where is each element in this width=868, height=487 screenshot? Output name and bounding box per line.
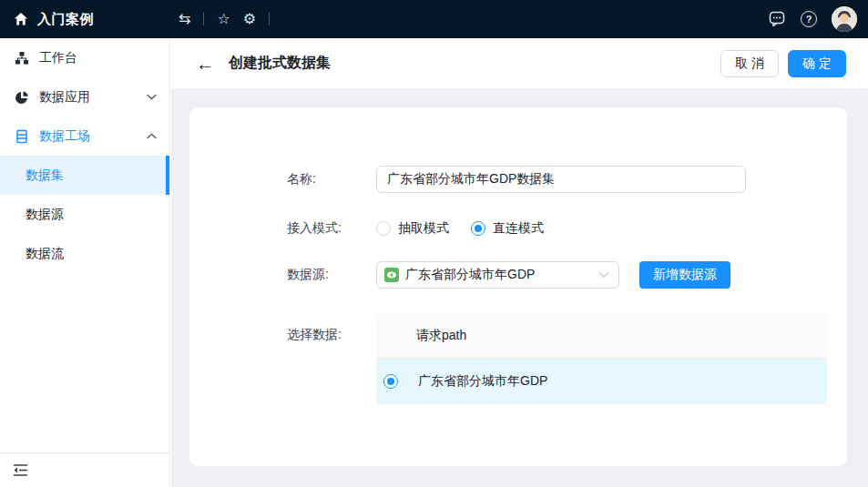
help-icon[interactable]: ? (801, 11, 817, 27)
topbar: 入门案例 ⇆ ☆ ⚙ ? (0, 0, 868, 38)
back-arrow-icon[interactable]: ← (196, 55, 214, 73)
radio-direct-mode[interactable]: 直连模式 (471, 220, 544, 237)
list-icon (15, 129, 29, 144)
topbar-divider (269, 13, 270, 25)
confirm-button[interactable]: 确 定 (788, 50, 846, 77)
star-icon[interactable]: ☆ (217, 12, 230, 26)
sidebar-item-label: 数据应用 (39, 89, 90, 106)
chevron-down-icon (598, 271, 609, 279)
radio-extract-mode[interactable]: 抽取模式 (376, 220, 449, 237)
page-header: ← 创建批式数据集 取 消 确 定 (171, 38, 868, 88)
radio-label: 直连模式 (493, 220, 544, 237)
radio-icon (376, 221, 391, 236)
form-row-dataset: 选择数据: 请求path 广东省部分城市年GDP (287, 314, 827, 404)
mode-label: 接入模式: (287, 220, 376, 237)
add-datasource-button[interactable]: 新增数据源 (639, 261, 730, 289)
source-select-value: 广东省部分城市年GDP (405, 267, 535, 283)
sidebar: 工作台 数据应用 数据工场 数据集 数据源 数据流 (0, 38, 170, 487)
avatar[interactable] (832, 6, 857, 32)
sidebar-item-datasource[interactable]: 数据源 (0, 195, 169, 234)
table-header-cell: 请求path (416, 328, 466, 344)
app-title: 入门案例 (37, 11, 94, 28)
home-icon[interactable] (14, 12, 28, 26)
sidebar-item-dataflow[interactable]: 数据流 (0, 234, 169, 273)
table-row[interactable]: 广东省部分城市年GDP (376, 359, 827, 404)
menu-fold-icon[interactable] (13, 463, 28, 477)
name-input[interactable] (376, 166, 746, 193)
page-title: 创建批式数据集 (229, 54, 331, 73)
datasource-green-icon (384, 268, 399, 282)
topbar-divider (203, 13, 204, 25)
table-row-label: 广东省部分城市年GDP (418, 373, 547, 390)
sidebar-item-dataset[interactable]: 数据集 (0, 156, 169, 195)
sitemap-icon (15, 51, 29, 66)
form-row-name: 名称: (287, 166, 827, 193)
dataset-table: 请求path 广东省部分城市年GDP (376, 314, 827, 404)
form-card: 名称: 接入模式: 抽取模式 直连模式 数据源: (189, 107, 847, 466)
sidebar-footer (0, 452, 169, 487)
chevron-down-icon (147, 94, 157, 100)
gear-icon[interactable]: ⚙ (243, 12, 256, 26)
form-row-source: 数据源: 广东省部分城市年GDP 新增数据源 (287, 261, 827, 289)
row-radio-icon[interactable] (383, 374, 398, 389)
radio-icon (471, 221, 485, 236)
cancel-button[interactable]: 取 消 (720, 50, 779, 77)
form-row-mode: 接入模式: 抽取模式 直连模式 (287, 218, 827, 238)
chat-icon[interactable] (769, 11, 786, 27)
radio-label: 抽取模式 (398, 220, 449, 237)
content-area: 名称: 接入模式: 抽取模式 直连模式 数据源: (171, 88, 868, 487)
sidebar-subitem-label: 数据源 (26, 207, 64, 223)
sidebar-item-workbench[interactable]: 工作台 (0, 38, 169, 77)
dataset-label: 选择数据: (287, 314, 376, 343)
source-label: 数据源: (287, 267, 376, 283)
sidebar-subitem-label: 数据集 (26, 167, 64, 184)
source-select[interactable]: 广东省部分城市年GDP (376, 261, 619, 289)
sidebar-item-label: 工作台 (39, 50, 77, 66)
swap-icon[interactable]: ⇆ (179, 12, 190, 26)
table-header: 请求path (376, 314, 827, 359)
name-label: 名称: (287, 171, 376, 188)
sidebar-item-label: 数据工场 (39, 128, 90, 145)
chevron-up-icon (147, 133, 157, 139)
sidebar-item-data-factory[interactable]: 数据工场 (0, 117, 169, 156)
sidebar-subitem-label: 数据流 (26, 246, 64, 262)
sidebar-item-data-apps[interactable]: 数据应用 (0, 77, 169, 117)
pie-icon (15, 90, 29, 105)
